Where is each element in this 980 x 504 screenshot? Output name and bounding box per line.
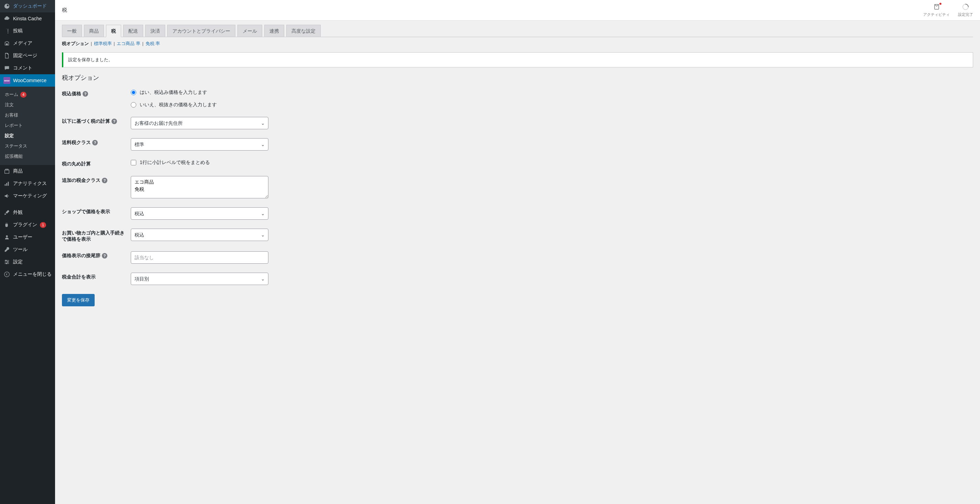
sidebar-label: ユーザー <box>13 234 32 240</box>
svg-point-9 <box>6 263 7 265</box>
sidebar-item-woocommerce[interactable]: woo WooCommerce <box>0 74 55 87</box>
select-shipping-tax-class[interactable]: 標準 <box>131 138 269 151</box>
progress-icon <box>962 3 969 12</box>
product-icon <box>3 168 10 174</box>
section-title: 税オプション <box>62 74 973 82</box>
tab-products[interactable]: 商品 <box>84 25 104 37</box>
subnav-exempt[interactable]: 免税 率 <box>146 41 160 46</box>
submenu-customers[interactable]: お客様 <box>0 110 55 120</box>
sidebar-label: コメント <box>13 65 32 71</box>
svg-rect-5 <box>8 182 9 186</box>
label-additional-classes: 追加の税金クラス <box>62 178 100 184</box>
sidebar-label: アナリティクス <box>13 181 47 187</box>
woocommerce-submenu: ホーム 4 注文 お客様 レポート 設定 ステータス 拡張機能 <box>0 87 55 165</box>
submenu-home[interactable]: ホーム 4 <box>0 89 55 100</box>
sidebar-item-dashboard[interactable]: ダッシュボード <box>0 0 55 13</box>
sidebar-label: 商品 <box>13 168 23 174</box>
sidebar-label: 設定 <box>13 259 23 265</box>
svg-point-7 <box>5 260 7 261</box>
sidebar-item-kinsta[interactable]: Kinsta Cache <box>0 13 55 25</box>
tab-shipping[interactable]: 配送 <box>123 25 143 37</box>
label-display-totals: 税金合計を表示 <box>62 274 95 280</box>
save-button[interactable]: 変更を保存 <box>62 294 95 306</box>
label-display-shop: ショップで価格を表示 <box>62 209 110 215</box>
topbar-label: 設定完了 <box>958 12 973 17</box>
tab-payments[interactable]: 決済 <box>145 25 165 37</box>
sidebar-item-media[interactable]: メディア <box>0 37 55 49</box>
page-title: 税 <box>62 7 67 13</box>
select-calc-based-on[interactable]: お客様のお届け先住所 <box>131 117 269 129</box>
sidebar-item-settings[interactable]: 設定 <box>0 256 55 268</box>
setup-button[interactable]: 設定完了 <box>958 3 973 17</box>
submenu-status[interactable]: ステータス <box>0 141 55 151</box>
input-price-suffix[interactable] <box>131 251 269 264</box>
svg-rect-4 <box>6 183 7 185</box>
tab-accounts[interactable]: アカウントとプライバシー <box>167 25 235 37</box>
sidebar-item-analytics[interactable]: アナリティクス <box>0 178 55 190</box>
help-icon[interactable]: ? <box>111 119 117 124</box>
tab-integration[interactable]: 連携 <box>264 25 284 37</box>
sidebar-item-pages[interactable]: 固定ページ <box>0 49 55 62</box>
tab-general[interactable]: 一般 <box>62 25 82 37</box>
sidebar-item-tools[interactable]: ツール <box>0 243 55 256</box>
notification-dot <box>939 3 942 5</box>
sidebar-item-plugins[interactable]: プラグイン 1 <box>0 219 55 231</box>
activity-button[interactable]: アクティビティ <box>923 3 950 17</box>
help-icon[interactable]: ? <box>83 91 88 97</box>
help-icon[interactable]: ? <box>92 140 98 146</box>
sidebar-item-products[interactable]: 商品 <box>0 165 55 178</box>
sidebar-item-posts[interactable]: 投稿 <box>0 25 55 37</box>
subnav-standard[interactable]: 標準税率 <box>94 41 112 46</box>
tab-emails[interactable]: メール <box>237 25 262 37</box>
topbar: 税 アクティビティ 設定完了 <box>55 0 980 21</box>
label-prices-with-tax: 税込価格 <box>62 91 81 97</box>
dashboard-icon <box>3 3 10 10</box>
label-calc-based-on: 以下に基づく税の計算 <box>62 118 110 124</box>
checkbox-rounding[interactable]: 1行に小計レベルで税をまとめる <box>131 160 210 166</box>
sidebar-item-appearance[interactable]: 外観 <box>0 206 55 219</box>
checkbox-rounding-input[interactable] <box>131 160 136 165</box>
sidebar-label: プラグイン <box>13 222 37 228</box>
subnav-eco[interactable]: エコ商品 率 <box>117 41 140 46</box>
brush-icon <box>3 209 10 216</box>
svg-rect-1 <box>5 170 9 173</box>
submenu-settings[interactable]: 設定 <box>0 131 55 141</box>
help-icon[interactable]: ? <box>102 178 107 183</box>
main-area: 税 アクティビティ 設定完了 一般 <box>55 0 980 504</box>
radio-inclusive[interactable]: はい、税込み価格を入力します <box>131 89 217 95</box>
select-display-shop[interactable]: 税込 <box>131 207 269 220</box>
tab-advanced[interactable]: 高度な設定 <box>286 25 321 37</box>
sidebar-item-comments[interactable]: コメント <box>0 62 55 74</box>
radio-exclusive[interactable]: いいえ、税抜きの価格を入力します <box>131 102 217 108</box>
count-badge: 4 <box>20 92 27 98</box>
submenu-reports[interactable]: レポート <box>0 120 55 131</box>
radio-inclusive-input[interactable] <box>131 90 136 95</box>
plugin-icon <box>3 221 10 228</box>
submenu-orders[interactable]: 注文 <box>0 100 55 110</box>
radio-exclusive-input[interactable] <box>131 102 136 108</box>
sliders-icon <box>3 258 10 265</box>
svg-rect-2 <box>5 169 8 170</box>
wrench-icon <box>3 246 10 253</box>
subnav-options[interactable]: 税オプション <box>62 41 89 46</box>
svg-point-6 <box>6 236 8 237</box>
sidebar-label: メディア <box>13 40 32 46</box>
sidebar-item-collapse[interactable]: メニューを閉じる <box>0 268 55 281</box>
tab-tax[interactable]: 税 <box>106 25 121 37</box>
settings-tabs: 一般 商品 税 配送 決済 アカウントとプライバシー メール 連携 高度な設定 <box>62 25 973 37</box>
sidebar-label: WooCommerce <box>13 78 46 83</box>
inbox-icon <box>933 3 940 12</box>
media-icon <box>3 40 10 47</box>
textarea-additional-classes[interactable]: エコ商品 免税 <box>131 176 269 198</box>
cloud-icon <box>3 15 10 22</box>
select-display-totals[interactable]: 項目別 <box>131 273 269 285</box>
sidebar-label: 投稿 <box>13 28 23 34</box>
submenu-extensions[interactable]: 拡張機能 <box>0 151 55 162</box>
sidebar-item-marketing[interactable]: マーケティング <box>0 190 55 202</box>
sidebar-label: 外観 <box>13 209 23 216</box>
select-display-cart[interactable]: 税込 <box>131 228 269 241</box>
pin-icon <box>3 27 10 34</box>
help-icon[interactable]: ? <box>102 253 107 258</box>
sidebar-item-users[interactable]: ユーザー <box>0 231 55 243</box>
woocommerce-icon: woo <box>3 77 10 84</box>
